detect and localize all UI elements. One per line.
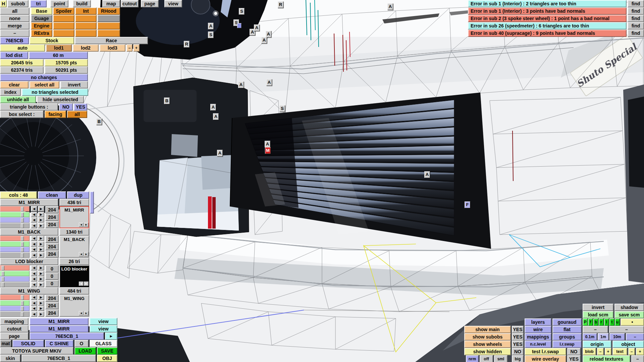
tab-subob[interactable]: subob <box>7 0 29 7</box>
unhide-all-button[interactable]: unhide all <box>0 96 36 103</box>
dash-button[interactable]: – <box>583 326 608 333</box>
dot-button[interactable]: • <box>621 318 644 326</box>
page-value[interactable]: 76E5CB_1 <box>30 333 104 340</box>
color-slider[interactable] <box>0 276 30 282</box>
triangle-buttons-no[interactable]: NO <box>59 103 73 111</box>
slider-decrement-button[interactable]: ◄ <box>31 311 37 317</box>
page-next-button[interactable]: ► <box>105 333 117 340</box>
dup-button[interactable]: dup <box>67 191 89 199</box>
slider-increment-button[interactable]: ► <box>38 300 44 306</box>
find-error-button[interactable]: find <box>628 15 644 22</box>
dash-button[interactable]: – <box>609 326 644 333</box>
nrm-sml-button[interactable]: sml <box>494 355 507 362</box>
wire-overlay-label[interactable]: wire overlay <box>525 355 566 362</box>
subob-empty-cell[interactable] <box>97 22 120 29</box>
preview-prev-button[interactable]: ◄ <box>79 282 84 286</box>
color-slider[interactable] <box>0 300 30 306</box>
letter-key-l[interactable]: l <box>604 318 609 326</box>
vertex-marker-S[interactable]: S <box>208 32 214 38</box>
lr-swap-button[interactable]: l.r.swap <box>552 341 582 348</box>
slider-increment-button[interactable]: ► <box>38 212 44 217</box>
subob-engine-button[interactable]: Engine <box>31 22 52 29</box>
slider-increment-button[interactable]: ► <box>38 282 44 287</box>
vertex-marker-A[interactable]: A <box>213 113 219 120</box>
vertex-marker[interactable] <box>237 23 241 28</box>
slider-decrement-button[interactable]: ◄ <box>31 271 37 276</box>
slider-thumb[interactable] <box>1 272 4 276</box>
variant-race-button[interactable]: Race <box>75 37 148 44</box>
vertex-marker-A[interactable]: A <box>217 150 223 157</box>
box-select-facing[interactable]: facing <box>45 111 66 118</box>
tab-page[interactable]: page <box>141 0 159 7</box>
color-slider[interactable] <box>0 311 30 317</box>
wire-button[interactable]: wire <box>525 326 551 333</box>
slider-increment-button[interactable]: ► <box>38 276 44 282</box>
preview-prev-button[interactable]: ◄ <box>79 223 84 227</box>
preview-next-button[interactable]: ► <box>84 282 89 286</box>
text-minus-button[interactable]: – <box>628 348 635 355</box>
lod2-button[interactable]: lod2 <box>73 44 99 52</box>
subob-empty-cell[interactable] <box>53 29 74 37</box>
material-name[interactable]: M1_WING <box>0 287 58 295</box>
clean-button[interactable]: clean <box>38 191 66 199</box>
color-slider[interactable] <box>0 282 30 287</box>
vertex-marker-S[interactable]: S <box>279 105 285 112</box>
subob-empty-cell[interactable] <box>53 15 74 22</box>
slider-increment-button[interactable]: ► <box>38 206 44 212</box>
material-name[interactable]: M1_BACK <box>0 228 58 236</box>
tab-build[interactable]: build <box>73 0 91 7</box>
vertex-marker-B[interactable]: B <box>164 98 170 104</box>
scale-01m-button[interactable]: 0.1m <box>583 333 597 341</box>
reload-textures-button[interactable]: reload textures <box>583 355 630 362</box>
tab-cutout[interactable]: cutout <box>121 0 139 7</box>
vertex-marker-A[interactable]: A <box>265 141 270 147</box>
slider-thumb[interactable] <box>21 207 24 212</box>
flat-button[interactable]: flat <box>552 326 582 333</box>
wire-overlay-toggle[interactable]: YES <box>567 355 581 362</box>
material-name[interactable]: LOD blocker <box>0 258 58 265</box>
subob-dash-button[interactable]: – <box>0 29 30 37</box>
skin-code-button[interactable]: 76E5CB <box>0 37 29 44</box>
slider-decrement-button[interactable]: ◄ <box>31 295 37 300</box>
slider-increment-button[interactable]: ► <box>38 236 44 241</box>
letter-key-b[interactable]: b <box>593 318 598 326</box>
subob-int-button[interactable]: Int <box>75 7 97 15</box>
subob-base-button[interactable]: Base <box>31 7 52 15</box>
vertex-marker-A[interactable]: A <box>424 171 430 178</box>
material-name[interactable]: M1_MIRR <box>0 199 58 206</box>
slider-increment-button[interactable]: ► <box>38 311 44 317</box>
color-slider[interactable] <box>0 212 30 217</box>
show-hidden-toggle[interactable]: NO <box>512 348 524 355</box>
mapping-value[interactable]: M1_MIRR <box>30 318 89 325</box>
material-preview[interactable]: M1_WING◄► <box>59 295 89 317</box>
tab-view[interactable]: view <box>164 0 182 7</box>
subob-rhood-button[interactable]: RHood <box>97 7 120 15</box>
color-slider[interactable] <box>0 206 30 212</box>
origin-button[interactable]: origin <box>583 341 611 348</box>
slider-decrement-button[interactable]: ◄ <box>31 300 37 306</box>
skin-value[interactable]: 76E5CB_1 <box>21 355 96 362</box>
slider-thumb[interactable] <box>21 247 24 252</box>
text-plus-button[interactable]: + <box>636 348 644 355</box>
vertex-marker-A[interactable]: A <box>254 24 260 31</box>
material-preview[interactable]: M1_MIRR◄► <box>59 206 89 228</box>
preview-next-button[interactable]: ► <box>84 252 89 256</box>
slider-increment-button[interactable]: ► <box>38 252 44 258</box>
slider-increment-button[interactable]: ► <box>38 306 44 311</box>
slider-thumb[interactable] <box>21 218 24 223</box>
slider-decrement-button[interactable]: ◄ <box>31 212 37 217</box>
tab-tri[interactable]: tri <box>30 0 47 7</box>
lod-minus-button[interactable]: – <box>126 44 132 52</box>
tab-point[interactable]: point <box>50 0 68 7</box>
subob-empty-cell[interactable] <box>53 22 74 29</box>
vertex-marker-R[interactable]: R <box>184 41 190 48</box>
color-slider[interactable] <box>0 241 30 247</box>
h-button[interactable]: H <box>0 0 7 7</box>
vertex-marker-F[interactable]: F <box>465 201 470 208</box>
obj-button[interactable]: OBJ <box>97 355 117 362</box>
gouraud-button[interactable]: gouraud <box>552 318 582 326</box>
slider-thumb[interactable] <box>21 312 24 317</box>
test-lr-swap-toggle[interactable]: NO <box>567 348 581 355</box>
preview-next-button[interactable]: ► <box>84 223 89 227</box>
nrm-big-button[interactable]: big <box>512 355 524 362</box>
